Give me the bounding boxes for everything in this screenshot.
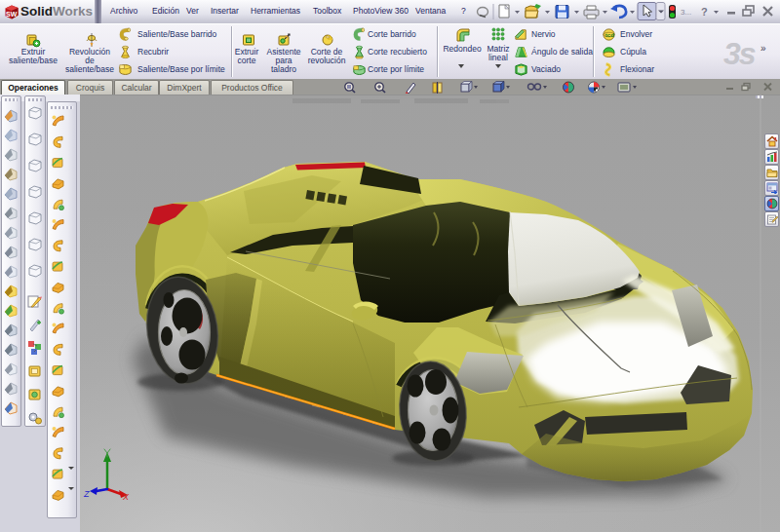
svg-text:3...: 3... [681, 8, 691, 17]
svg-text:?: ? [701, 6, 708, 18]
svg-text:Z: Z [83, 489, 90, 499]
svg-text:SW: SW [6, 11, 18, 18]
svg-text:X: X [122, 492, 130, 502]
